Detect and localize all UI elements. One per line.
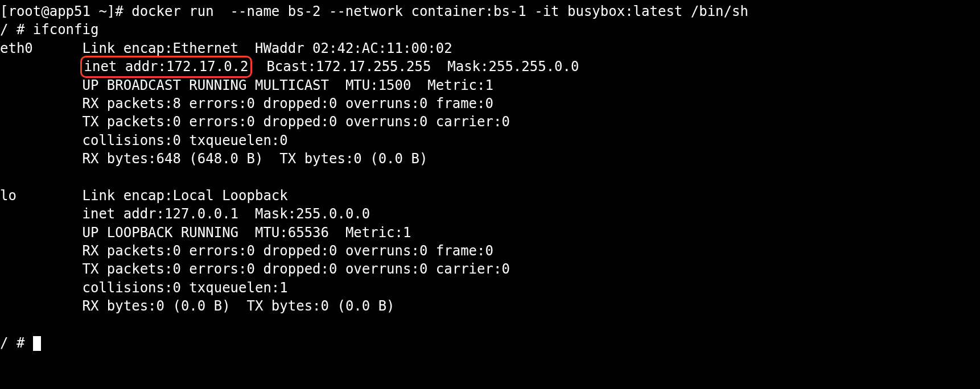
ifconfig-eth0-line1: eth0 Link encap:Ethernet HWaddr 02:42:AC… [0, 39, 980, 57]
shell-prompt: [root@app51 ~]# [0, 3, 131, 19]
command-text: docker run --name bs-2 --network contain… [131, 3, 748, 19]
shell-prompt: / # [0, 335, 33, 351]
blank-line [0, 316, 980, 334]
ifconfig-lo-line2: inet addr:127.0.0.1 Mask:255.0.0.0 [0, 205, 980, 223]
command-line-2: / # ifconfig [0, 20, 980, 39]
blank-line [0, 168, 980, 187]
cursor-icon [33, 336, 41, 351]
ifconfig-lo-line4: RX packets:0 errors:0 dropped:0 overruns… [0, 242, 980, 260]
command-line-1: [root@app51 ~]# docker run --name bs-2 -… [0, 2, 980, 20]
ifconfig-eth0-line7: RX bytes:648 (648.0 B) TX bytes:0 (0.0 B… [0, 150, 980, 168]
ifconfig-lo-line7: RX bytes:0 (0.0 B) TX bytes:0 (0.0 B) [0, 297, 980, 315]
interface-name: eth0 [0, 40, 33, 56]
ifconfig-eth0-line5: TX packets:0 errors:0 dropped:0 overruns… [0, 113, 980, 131]
ifconfig-eth0-line3: UP BROADCAST RUNNING MULTICAST MTU:1500 … [0, 76, 980, 94]
ifconfig-lo-line3: UP LOOPBACK RUNNING MTU:65536 Metric:1 [0, 224, 980, 242]
interface-name: lo [0, 188, 17, 204]
command-line-3[interactable]: / # [0, 334, 980, 352]
ifconfig-lo-line6: collisions:0 txqueuelen:1 [0, 279, 980, 297]
inet-addr-highlight: inet addr:172.17.0.2 [80, 56, 253, 77]
ifconfig-lo-line5: TX packets:0 errors:0 dropped:0 overruns… [0, 260, 980, 278]
ifconfig-eth0-line4: RX packets:8 errors:0 dropped:0 overruns… [0, 94, 980, 113]
command-text: ifconfig [33, 22, 99, 38]
ifconfig-eth0-line2: inet addr:172.17.0.2 Bcast:172.17.255.25… [0, 57, 980, 76]
ifconfig-lo-line1: lo Link encap:Local Loopback [0, 187, 980, 205]
shell-prompt: / # [0, 22, 33, 38]
ifconfig-eth0-line6: collisions:0 txqueuelen:0 [0, 131, 980, 150]
